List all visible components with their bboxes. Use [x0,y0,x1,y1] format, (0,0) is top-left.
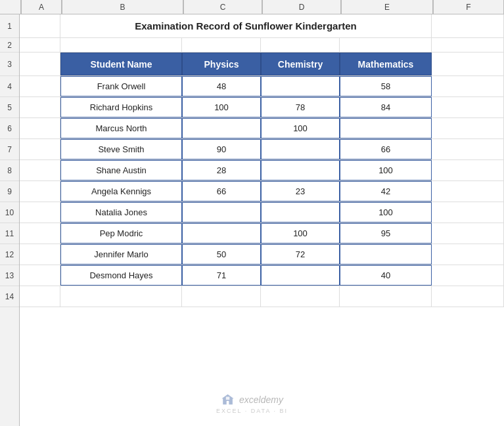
cell-a13 [20,265,60,286]
row-1-title: Examination Record of Sunflower Kinderga… [20,14,504,38]
cell-a9 [20,181,60,202]
sheet-content: Examination Record of Sunflower Kinderga… [20,14,504,426]
cell-a10 [20,202,60,223]
cell-physics-12: 50 [182,244,261,265]
row-12: Jennifer Marlo 50 72 [20,244,504,265]
row-num-2: 2 [0,38,19,53]
cell-a7 [20,139,60,160]
col-header-b: B [62,0,183,14]
row-8: Shane Austin 28 100 [20,160,504,181]
cell-a5 [20,97,60,117]
spreadsheet-title: Examination Record of Sunflower Kinderga… [60,14,432,37]
cell-math-8: 100 [340,160,432,181]
cell-f9 [432,181,504,202]
cell-f11 [432,223,504,244]
cell-e2 [340,38,432,52]
cell-a6 [20,118,60,138]
row-10: Natalia Jones 100 [20,202,504,223]
cell-c2 [182,38,261,52]
cell-f7 [432,139,504,160]
row-14-empty [20,286,504,307]
watermark-sub: EXCEL · DATA · BI [216,408,288,414]
cell-physics-11 [182,223,261,244]
cell-chemistry-6: 100 [261,118,340,138]
row-4: Frank Orwell 48 58 [20,76,504,97]
cell-math-4: 58 [340,76,432,96]
watermark-name: exceldemy [239,394,283,405]
cell-f5 [432,97,504,117]
cell-f2 [432,38,504,52]
cell-f8 [432,160,504,181]
cell-d2 [261,38,340,52]
cell-a14 [20,286,60,307]
cell-b2 [60,38,182,52]
cell-chemistry-7 [261,139,340,160]
cell-f10 [432,202,504,223]
cell-c14 [182,286,261,307]
cell-name-5: Richard Hopkins [60,97,182,117]
row-num-10: 10 [0,202,19,223]
cell-name-13: Desmond Hayes [60,265,182,286]
cell-name-7: Steve Smith [60,139,182,160]
exceldemy-icon [221,393,235,407]
cell-name-12: Jennifer Marlo [60,244,182,265]
header-student-name: Student Name [60,53,182,75]
excel-window: A B C D E F 1 2 3 4 5 6 7 8 9 10 11 12 1… [0,0,504,426]
cell-name-11: Pep Modric [60,223,182,244]
cell-a8 [20,160,60,181]
cell-physics-8: 28 [182,160,261,181]
cell-math-5: 84 [340,97,432,117]
cell-chemistry-10 [261,202,340,223]
row-num-4: 4 [0,76,19,97]
row-5: Richard Hopkins 100 78 84 [20,97,504,118]
row-num-1: 1 [0,14,19,38]
col-header-c: C [183,0,262,14]
header-mathematics: Mathematics [340,53,432,75]
cell-physics-5: 100 [182,97,261,117]
cell-chemistry-11: 100 [261,223,340,244]
cell-a12 [20,244,60,265]
cell-math-13: 40 [340,265,432,286]
cell-name-4: Frank Orwell [60,76,182,96]
cell-f6 [432,118,504,138]
row-num-11: 11 [0,223,19,244]
header-chemistry: Chemistry [261,53,340,75]
row-7: Steve Smith 90 66 [20,139,504,160]
cell-a2 [20,38,60,52]
col-header-f: F [433,0,504,14]
cell-chemistry-5: 78 [261,97,340,117]
cell-physics-7: 90 [182,139,261,160]
cell-a1 [20,14,60,37]
cell-physics-6 [182,118,261,138]
col-header-a: A [21,0,62,14]
cell-d14 [261,286,340,307]
cell-name-10: Natalia Jones [60,202,182,223]
cell-physics-10 [182,202,261,223]
cell-a3 [20,53,60,75]
cell-math-11: 95 [340,223,432,244]
cell-math-7: 66 [340,139,432,160]
col-header-d: D [262,0,341,14]
row-11: Pep Modric 100 95 [20,223,504,244]
cell-physics-13: 71 [182,265,261,286]
row-num-5: 5 [0,97,19,118]
cell-chemistry-12: 72 [261,244,340,265]
cell-chemistry-9: 23 [261,181,340,202]
row-num-14: 14 [0,286,19,307]
header-physics: Physics [182,53,261,75]
cell-a11 [20,223,60,244]
row-numbers-col: 1 2 3 4 5 6 7 8 9 10 11 12 13 14 [0,14,20,426]
cell-name-8: Shane Austin [60,160,182,181]
row-num-3: 3 [0,53,19,76]
watermark: exceldemy EXCEL · DATA · BI [216,393,288,414]
cell-f1 [432,14,504,37]
watermark-logo: exceldemy [221,393,283,407]
cell-math-9: 42 [340,181,432,202]
cell-b14 [60,286,182,307]
cell-f12 [432,244,504,265]
row-num-7: 7 [0,139,19,160]
cell-f3 [432,53,504,75]
cell-math-6 [340,118,432,138]
row-3-header: Student Name Physics Chemistry Mathemati… [20,53,504,76]
row-2-empty [20,38,504,53]
